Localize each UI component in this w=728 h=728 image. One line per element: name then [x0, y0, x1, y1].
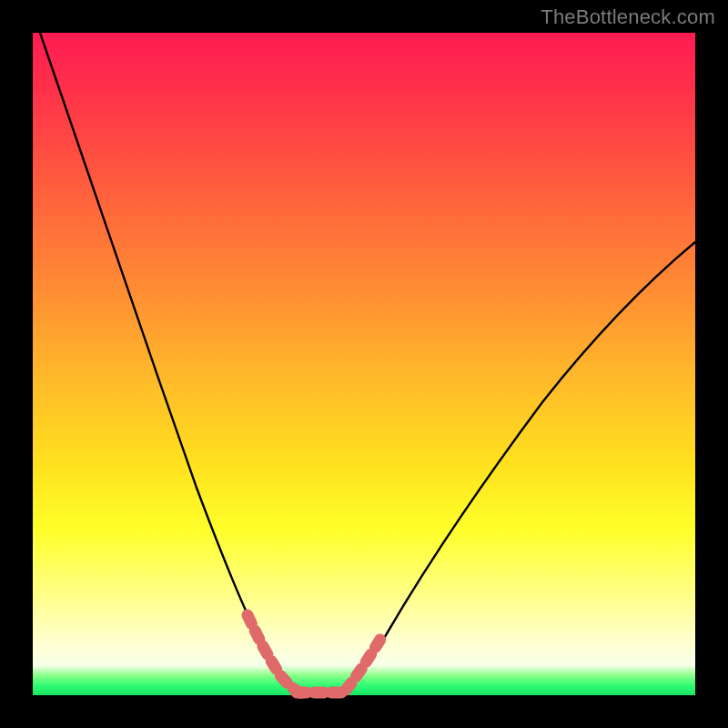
watermark-text: TheBottleneck.com [541, 5, 715, 29]
curve-layer [33, 33, 695, 695]
pink-marker-left [248, 615, 302, 693]
pink-marker-right [346, 633, 384, 690]
chart-frame: TheBottleneck.com [0, 0, 728, 728]
plot-area [33, 33, 695, 695]
bottleneck-curve [40, 33, 695, 694]
